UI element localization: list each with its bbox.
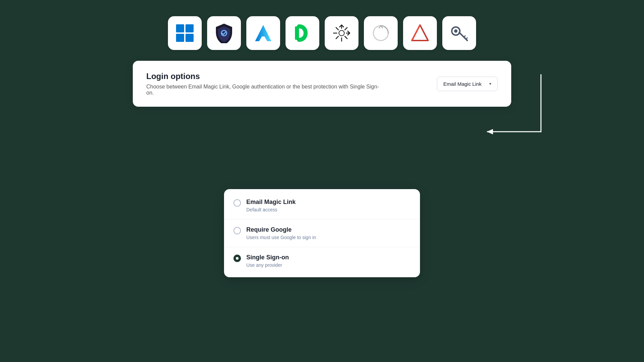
- option-require-google-label: Require Google: [246, 226, 316, 233]
- icon-row: [168, 16, 476, 50]
- option-single-sign-on[interactable]: Single Sign-on Use any provider: [224, 247, 420, 275]
- auth-icon-tile[interactable]: [403, 16, 437, 50]
- svg-line-25: [464, 36, 465, 37]
- option-single-sign-on-label: Single Sign-on: [246, 254, 289, 261]
- login-options-description: Choose between Email Magic Link, Google …: [146, 84, 383, 96]
- svg-line-26: [466, 38, 467, 39]
- okta-icon-tile[interactable]: [364, 16, 398, 50]
- key-icon-tile[interactable]: [442, 16, 476, 50]
- svg-line-11: [345, 36, 347, 39]
- radial-icon-tile[interactable]: [325, 16, 358, 50]
- radio-single-sign-on[interactable]: [233, 255, 241, 262]
- arrow-annotation: [473, 71, 548, 152]
- svg-line-10: [336, 28, 339, 30]
- main-content: Login options Choose between Email Magic…: [133, 61, 511, 120]
- svg-marker-27: [487, 129, 493, 134]
- options-dropdown-card: Email Magic Link Default access Require …: [224, 189, 420, 277]
- azure-icon-tile[interactable]: [246, 16, 280, 50]
- svg-point-23: [454, 29, 457, 33]
- svg-point-18: [339, 30, 344, 36]
- radio-email-magic-link[interactable]: [233, 199, 241, 207]
- option-email-magic-link-desc: Default access: [246, 207, 296, 212]
- svg-line-13: [336, 36, 339, 39]
- login-card-text: Login options Choose between Email Magic…: [146, 72, 383, 96]
- svg-rect-1: [185, 24, 194, 32]
- svg-marker-20: [412, 25, 428, 41]
- option-email-magic-link-label: Email Magic Link: [246, 199, 296, 206]
- option-email-magic-link-text: Email Magic Link Default access: [246, 199, 296, 212]
- option-email-magic-link[interactable]: Email Magic Link Default access: [224, 192, 420, 219]
- login-options-title: Login options: [146, 72, 383, 81]
- option-require-google-text: Require Google Users must use Google to …: [246, 226, 316, 240]
- svg-rect-3: [185, 34, 194, 42]
- option-single-sign-on-text: Single Sign-on Use any provider: [246, 254, 289, 268]
- shield-icon-tile[interactable]: [207, 16, 241, 50]
- svg-rect-5: [295, 26, 299, 40]
- svg-line-12: [345, 28, 347, 30]
- login-options-card: Login options Choose between Email Magic…: [133, 61, 511, 107]
- svg-rect-0: [176, 24, 184, 32]
- barrier-icon-tile[interactable]: [286, 16, 319, 50]
- option-require-google[interactable]: Require Google Users must use Google to …: [224, 219, 420, 247]
- option-single-sign-on-desc: Use any provider: [246, 262, 289, 268]
- svg-rect-2: [176, 34, 184, 42]
- svg-line-21: [412, 25, 420, 41]
- option-require-google-desc: Users must use Google to sign in: [246, 235, 316, 240]
- radio-require-google[interactable]: [233, 227, 241, 234]
- windows-icon-tile[interactable]: [168, 16, 202, 50]
